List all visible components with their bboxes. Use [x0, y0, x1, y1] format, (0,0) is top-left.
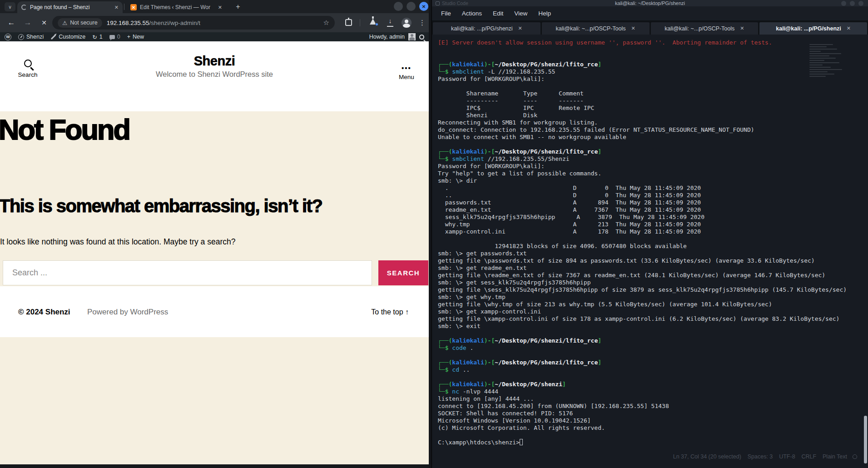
browser-tab-strip: ∨ Page not found – Shenzi ✕ ✕ Edit Theme… — [0, 0, 429, 13]
url-host: 192.168.235.55 — [107, 20, 149, 26]
refresh-icon: ↻ — [92, 34, 97, 40]
new-tab-button[interactable]: + — [233, 2, 243, 11]
menu-file[interactable]: File — [441, 10, 451, 17]
window-close-button[interactable]: ✕ — [419, 2, 428, 11]
update-count: 1 — [99, 34, 103, 40]
admin-bar-updates[interactable]: ↻ 1 — [92, 34, 102, 40]
menu-edit[interactable]: Edit — [493, 10, 503, 17]
admin-bar-customize[interactable]: Customize — [50, 34, 85, 40]
page-content: Not Found This is somewhat embarrassing,… — [0, 111, 429, 286]
window-minimize-button[interactable] — [394, 2, 403, 11]
comment-count: 0 — [117, 34, 120, 40]
site-name: Shenzi — [26, 34, 44, 40]
to-the-top-link[interactable]: To the top ↑ — [371, 308, 409, 316]
terminal-title-bar: kali@kali: ~/Desktop/PG/shenzi — [432, 0, 868, 6]
tab-title: Edit Themes ‹ Shenzi — Wor — [140, 4, 215, 10]
admin-bar-new[interactable]: + New — [127, 34, 144, 40]
profile-avatar[interactable] — [402, 18, 412, 28]
terminal-window-controls — [841, 1, 863, 6]
forward-button[interactable]: → — [22, 13, 34, 32]
terminal-menu-bar: File Actions Edit View Help — [432, 6, 868, 20]
tab-separator — [124, 4, 124, 10]
terminal-tab-label: kali@kali: ~...p/OSCP-Tools — [556, 25, 625, 32]
pencil-icon — [51, 34, 56, 39]
footer-powered-by-link[interactable]: Powered by WordPress — [87, 308, 168, 317]
terminal-tab-3[interactable]: kali@kali: ~...p/OSCP-Tools ✕ — [651, 22, 759, 35]
browser-window: ∨ Page not found – Shenzi ✕ ✕ Edit Theme… — [0, 0, 432, 468]
browser-menu-icon[interactable]: ⋮ — [419, 13, 426, 32]
search-submit-button[interactable]: SEARCH — [378, 260, 428, 285]
xampp-favicon-icon: ✕ — [130, 4, 137, 10]
flask-badge-dot — [375, 23, 378, 26]
warning-icon: ⚠ — [62, 20, 67, 26]
terminal-output: [E] Server doesn't allow session using u… — [432, 35, 868, 468]
site-title[interactable]: Shenzi — [0, 54, 429, 69]
terminal-maximize-button[interactable] — [850, 1, 855, 6]
terminal-minimize-button[interactable] — [841, 1, 846, 6]
bookmark-star-icon[interactable]: ☆ — [323, 19, 329, 27]
terminal-scrollbar[interactable] — [864, 416, 867, 463]
browser-toolbar: ← → ✕ ⚠Not secure 192.168.235.55 /shenzi… — [0, 13, 429, 32]
howdy-admin[interactable]: Howdy, admin — [369, 34, 405, 40]
tab-close-icon[interactable]: ✕ — [114, 5, 119, 10]
extensions-icon[interactable] — [345, 19, 352, 26]
terminal-tab-close-icon[interactable]: ✕ — [631, 25, 635, 31]
terminal-tab-2[interactable]: kali@kali: ~...p/OSCP-Tools ✕ — [542, 22, 650, 35]
footer-copyright: © 2024 Shenzi — [18, 308, 70, 317]
bell-icon — [853, 454, 857, 459]
page-title: Not Found — [0, 113, 129, 146]
terminal-tab-close-icon[interactable]: ✕ — [740, 25, 744, 31]
search-input[interactable] — [3, 260, 372, 285]
vscode-file-icon — [436, 1, 440, 5]
admin-bar-comments[interactable]: 0 — [109, 34, 120, 40]
wordpress-logo-icon[interactable]: W — [5, 34, 11, 40]
tab-search-button[interactable]: ∨ — [5, 2, 15, 11]
terminal-window: kali@kali: ~/Desktop/PG/shenzi Studio Co… — [432, 0, 868, 468]
admin-bar-site[interactable]: Shenzi — [18, 34, 44, 40]
ghost-title-text: Studio Code — [442, 0, 468, 6]
customize-label: Customize — [59, 34, 85, 40]
toolbar-separator — [360, 19, 360, 26]
admin-search-icon[interactable] — [419, 35, 424, 40]
page-subtitle: This is somewhat embarrassing, isn’t it? — [0, 196, 322, 216]
stop-button[interactable]: ✕ — [38, 13, 50, 32]
terminal-tab-close-icon[interactable]: ✕ — [518, 25, 522, 31]
background-window-title: Studio Code — [436, 0, 468, 6]
terminal-tab-1[interactable]: kali@kali: ...p/PG/shenzi ✕ — [433, 22, 541, 35]
screen: ∨ Page not found – Shenzi ✕ ✕ Edit Theme… — [0, 0, 868, 468]
menu-actions[interactable]: Actions — [462, 10, 482, 17]
terminal-tab-label: kali@kali: ~...p/OSCP-Tools — [665, 25, 734, 32]
vscode-status-bar-ghost: Ln 37, Col 34 (20 selected) Spaces: 3 UT… — [673, 453, 847, 460]
terminal-tab-bar: kali@kali: ...p/PG/shenzi ✕ kali@kali: ~… — [432, 20, 868, 35]
browser-tab-active[interactable]: Page not found – Shenzi ✕ — [17, 1, 123, 13]
window-maximize-button[interactable] — [407, 2, 416, 11]
back-button[interactable]: ← — [5, 13, 17, 32]
menu-help[interactable]: Help — [538, 10, 551, 17]
admin-avatar[interactable] — [408, 33, 416, 40]
tab-close-icon[interactable]: ✕ — [218, 5, 222, 10]
terminal-close-button[interactable] — [858, 1, 863, 6]
menu-view[interactable]: View — [514, 10, 527, 17]
window-bottom-edge — [0, 464, 429, 468]
not-secure-chip[interactable]: ⚠Not secure — [58, 18, 102, 28]
site-icon — [18, 34, 24, 40]
header-menu-button[interactable]: ••• Menu — [391, 64, 422, 80]
page-background — [0, 337, 429, 464]
address-bar[interactable]: ⚠Not secure 192.168.235.55 /shenzi/wp-ad… — [52, 16, 335, 30]
terminal-tab-label: kali@kali: ...p/PG/shenzi — [451, 25, 513, 32]
plus-icon: + — [127, 34, 130, 40]
downloads-icon[interactable]: ↓ — [387, 17, 394, 28]
site-header: Search Shenzi Welcome to Shenzi WordPres… — [0, 41, 429, 111]
terminal-tab-label: kali@kali: ...p/PG/shenzi — [776, 25, 841, 32]
menu-dots-icon: ••• — [391, 64, 422, 72]
terminal-tab-close-icon[interactable]: ✕ — [847, 25, 851, 31]
wp-admin-bar: W Shenzi Customize ↻ 1 0 + New H — [0, 32, 429, 41]
menu-label: Menu — [391, 74, 422, 80]
terminal-tab-4[interactable]: kali@kali: ...p/PG/shenzi ✕ — [759, 22, 867, 35]
browser-tab-inactive[interactable]: ✕ Edit Themes ‹ Shenzi — Wor ✕ — [126, 1, 226, 13]
tab-title: Page not found – Shenzi — [30, 4, 111, 10]
not-secure-label: Not secure — [70, 20, 97, 26]
comment-icon — [109, 35, 115, 39]
site-tagline: Welcome to Shenzi WordPress site — [0, 70, 429, 79]
page-body-text: It looks like nothing was found at this … — [0, 237, 235, 247]
